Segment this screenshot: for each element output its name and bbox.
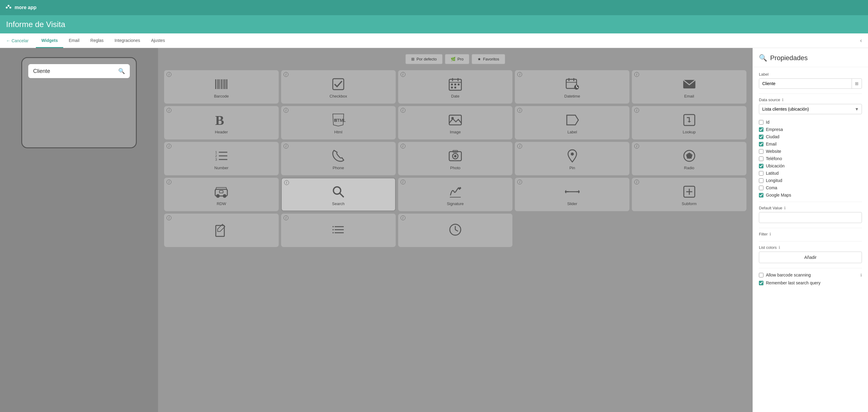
widget-number-info[interactable]: i [166,144,172,149]
widget-edit[interactable]: i [164,214,279,247]
widget-clock[interactable]: i [398,214,513,247]
remember-search-input[interactable] [759,281,764,285]
checkbox-telefono[interactable]: Teléfono [759,156,862,162]
widget-header-info[interactable]: i [166,108,172,113]
widget-datetime-info[interactable]: i [517,72,522,77]
collapse-button[interactable]: ‹ [860,37,862,44]
widget-edit-info[interactable]: i [166,215,172,220]
tab-reglas[interactable]: Reglas [85,34,109,48]
checkbox-telefono-input[interactable] [759,156,764,161]
widget-pin-info[interactable]: i [517,144,522,149]
search-field-preview[interactable]: Cliente 🔍 [28,64,130,78]
checkbox-google-maps-input[interactable] [759,193,764,197]
checkbox-longitud-input[interactable] [759,178,764,183]
checkbox-website-input[interactable] [759,149,764,154]
allow-barcode-item[interactable]: Allow barcode scanning ℹ [759,272,862,278]
checkbox-ubicacion[interactable]: Ubicación [759,163,862,169]
widget-number[interactable]: i 1 2 3 Number [164,142,279,175]
widget-pin[interactable]: i Pin [515,142,629,175]
checkbox-latitud[interactable]: Latitud [759,170,862,176]
data-source-info-icon[interactable]: ℹ [782,98,783,102]
widget-list-info[interactable]: i [284,215,288,220]
widget-email[interactable]: i Email [632,70,746,104]
widget-clock-info[interactable]: i [401,215,405,220]
checkbox-coma[interactable]: Coma [759,185,862,191]
svg-marker-63 [578,190,580,194]
checkbox-coma-input[interactable] [759,186,764,190]
tab-integraciones[interactable]: Integraciones [109,34,146,48]
cancel-button[interactable]: ← Cancelar [6,38,29,43]
tab-widgets[interactable]: Widgets [36,34,63,48]
widget-checkbox-info[interactable]: i [284,72,288,77]
default-value-input[interactable] [759,212,862,223]
widget-date[interactable]: i Date [398,70,513,104]
widget-slider-info[interactable]: i [517,180,522,184]
widget-subform[interactable]: i Subform [632,178,746,211]
widget-lookup-info[interactable]: i [634,108,639,113]
checkbox-ciudad[interactable]: Ciudad [759,134,862,140]
widget-label-info[interactable]: i [517,108,522,113]
data-source-select[interactable]: Lista clientes (ubicación) [759,104,862,114]
widget-phone-info[interactable]: i [284,144,288,149]
tab-ajustes[interactable]: Ajustes [146,34,170,48]
widget-datetime[interactable]: i Datetime [515,70,629,104]
widget-image-info[interactable]: i [401,108,405,113]
widget-rdw[interactable]: i RDW [164,178,279,211]
default-value-info-icon[interactable]: ℹ [784,206,786,210]
checkbox-longitud[interactable]: Longitud [759,178,862,184]
checkbox-latitud-input[interactable] [759,171,764,176]
allow-barcode-input[interactable] [759,273,764,277]
widget-barcode-info[interactable]: i [166,72,172,77]
widget-radio[interactable]: i Radio [632,142,746,175]
filter-info-icon[interactable]: ℹ [770,232,771,236]
checkbox-ciudad-input[interactable] [759,135,764,139]
checkbox-empresa-input[interactable] [759,127,764,132]
filter-pro[interactable]: 🌿 Pro [445,54,469,64]
checkbox-id-input[interactable] [759,120,764,125]
filter-por-defecto[interactable]: ⊞ Por defecto [405,54,442,64]
widget-subform-info[interactable]: i [634,180,639,184]
checkbox-ubicacion-input[interactable] [759,164,764,168]
tab-email[interactable]: Email [63,34,85,48]
checkbox-website[interactable]: Website [759,148,862,154]
svg-rect-7 [220,79,221,89]
widget-header[interactable]: i B Header [164,106,279,139]
list-colors-label: List colors ℹ [759,245,862,250]
checkbox-google-maps[interactable]: Google Maps [759,192,862,198]
remember-search-item[interactable]: Remember last search query [759,280,862,286]
checkbox-id[interactable]: Id [759,119,862,125]
allow-barcode-info-icon[interactable]: ℹ [860,273,862,277]
widget-photo[interactable]: i Photo [398,142,513,175]
filter-favoritos-label: Favoritos [483,57,499,61]
widget-image[interactable]: i Image [398,106,513,139]
widget-label[interactable]: i Label [515,106,629,139]
widget-phone[interactable]: i Phone [281,142,396,175]
checkbox-email[interactable]: Email [759,141,862,147]
widget-checkbox[interactable]: i Checkbox [281,70,396,104]
widget-barcode[interactable]: i Barcode [164,70,279,104]
add-button[interactable]: Añadir [759,252,862,263]
checkbox-email-input[interactable] [759,142,764,147]
widget-slider[interactable]: i Slider [515,178,629,211]
data-source-select-wrapper: Lista clientes (ubicación) ▼ [759,104,862,114]
svg-rect-6 [219,79,220,89]
widget-lookup[interactable]: i Lookup [632,106,746,139]
widget-html[interactable]: i HTML 5 Html [281,106,396,139]
widget-date-info[interactable]: i [401,72,405,77]
widget-photo-info[interactable]: i [401,144,405,149]
widget-signature-info[interactable]: i [401,180,405,184]
widget-html-info[interactable]: i [284,108,288,113]
label-input-wrapper: ⊞ [759,78,862,89]
list-colors-info-icon[interactable]: ℹ [779,245,780,250]
widget-rdw-info[interactable]: i [166,180,172,184]
filter-favoritos[interactable]: ★ Favoritos [472,54,505,64]
widget-list[interactable]: i [281,214,396,247]
widget-email-info[interactable]: i [634,72,639,77]
checkbox-empresa[interactable]: Empresa [759,126,862,132]
widget-radio-info[interactable]: i [634,144,639,149]
label-input[interactable] [759,79,851,88]
widget-signature[interactable]: i Signature [398,178,513,211]
svg-text:1: 1 [215,150,217,154]
widget-search-info[interactable]: i [284,180,289,185]
widget-search[interactable]: i Search [281,178,396,211]
